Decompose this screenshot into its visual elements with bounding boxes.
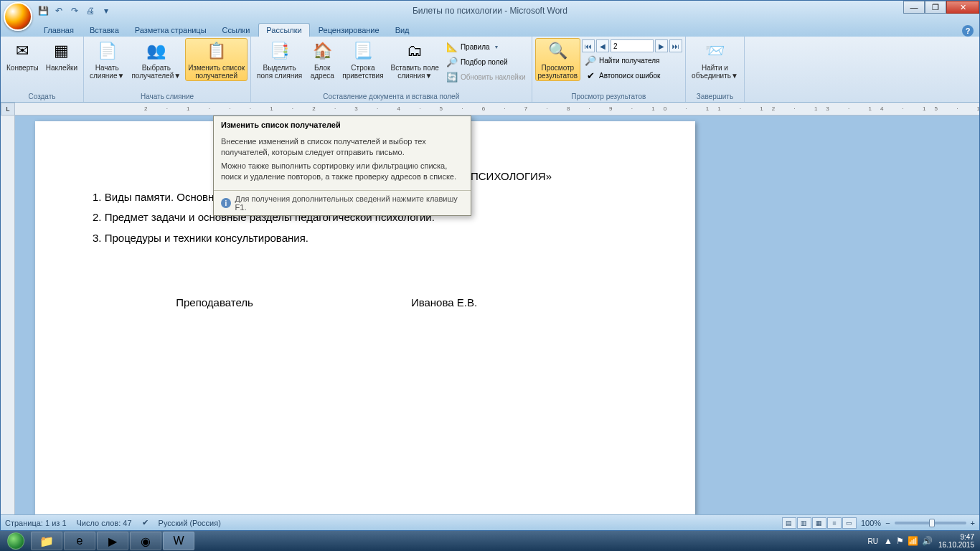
tray-network-icon[interactable]: 📶 (908, 536, 918, 546)
status-proofing-icon[interactable]: ✔ (142, 518, 149, 527)
preview-results-button[interactable]: 🔍 Просмотррезультатов (535, 38, 581, 81)
view-web-layout[interactable]: ▦ (812, 517, 826, 529)
view-full-screen[interactable]: ▥ (797, 517, 811, 529)
address-icon: 🏠 (311, 39, 334, 62)
horizontal-ruler[interactable]: 2 · 1 · · · 1 · 2 · 3 · 4 · 5 · 6 · 7 · … (15, 103, 979, 116)
find-recipient-button[interactable]: 🔎Найти получателя (582, 53, 682, 67)
minimize-button[interactable]: — (903, 1, 925, 14)
maximize-button[interactable]: ❐ (925, 1, 946, 14)
finish-icon: 📨 (703, 39, 726, 62)
greeting-icon: 📃 (352, 39, 374, 62)
finish-merge-button[interactable]: 📨 Найти иобъединить▼ (689, 38, 741, 81)
tray-action-center-icon[interactable]: ⚑ (896, 536, 904, 546)
match-fields-button[interactable]: 🔎Подбор полей (443, 55, 529, 69)
tray-flag-icon[interactable]: ▲ (884, 536, 892, 546)
select-recipients-button[interactable]: 👥 Выбратьполучателей▼ (128, 38, 184, 81)
tab-view[interactable]: Вид (388, 24, 417, 37)
envelope-icon: ✉ (11, 39, 34, 62)
office-button[interactable] (4, 2, 32, 31)
edit-list-icon: 📋 (205, 39, 228, 62)
status-language[interactable]: Русский (Россия) (159, 519, 221, 527)
tab-references[interactable]: Ссылки (215, 24, 258, 37)
last-record-button[interactable]: ⏭ (669, 39, 682, 52)
tooltip-title: Изменить список получателей (214, 116, 471, 131)
window-title: Билеты по психологии - Microsoft Word (413, 6, 567, 16)
rules-icon: 📐 (446, 41, 458, 52)
zoom-level[interactable]: 100% (861, 519, 881, 527)
prev-record-button[interactable]: ◀ (596, 39, 609, 52)
window-controls: — ❐ ✕ (903, 1, 979, 14)
titlebar: 💾 ↶ ↷ 🖨 ▾ Билеты по психологии - Microso… (1, 1, 979, 21)
print-preview-icon[interactable]: 🖨 (84, 4, 97, 17)
status-word-count[interactable]: Число слов: 47 (77, 519, 132, 527)
ribbon-group-finish: 📨 Найти иобъединить▼ Завершить (686, 37, 745, 102)
record-navigator: ⏮ ◀ ▶ ⏭ (582, 39, 682, 52)
update-labels-button: 🔄Обновить наклейки (443, 70, 529, 84)
taskbar-ie[interactable]: e (64, 532, 95, 550)
view-outline[interactable]: ≡ (827, 517, 842, 529)
match-icon: 🔎 (446, 56, 458, 67)
tab-review[interactable]: Рецензирование (311, 24, 387, 37)
labels-button[interactable]: ▦ Наклейки (43, 38, 80, 73)
tab-home[interactable]: Главная (37, 24, 81, 37)
auto-check-button[interactable]: ✔Автопоиск ошибок (582, 68, 682, 83)
zoom-slider[interactable] (895, 522, 966, 524)
tooltip-help-text: Для получения дополнительных сведений на… (235, 194, 463, 212)
status-page[interactable]: Страница: 1 из 1 (5, 519, 67, 527)
first-record-button[interactable]: ⏮ (582, 39, 595, 52)
envelopes-button[interactable]: ✉ Конверты (4, 38, 42, 73)
taskbar-chrome[interactable]: ◉ (130, 532, 161, 550)
start-button[interactable] (1, 531, 30, 551)
tooltip-paragraph: Внесение изменений в список получателей … (221, 136, 463, 158)
edit-recipients-button[interactable]: 📋 Изменить списокполучателей (185, 38, 248, 81)
view-draft[interactable]: ▭ (842, 517, 857, 529)
highlight-fields-button[interactable]: 📑 Выделитьполя слияния (254, 38, 305, 81)
greeting-line-button[interactable]: 📃 Строкаприветствия (339, 38, 386, 81)
signature-label: Преподаватель (93, 296, 336, 309)
taskbar-word[interactable]: W (163, 532, 194, 550)
tray-language[interactable]: RU (868, 537, 878, 545)
rules-button[interactable]: 📐Правила▼ (443, 39, 529, 54)
redo-icon[interactable]: ↷ (68, 4, 81, 17)
taskbar-explorer[interactable]: 📁 (31, 532, 62, 550)
zoom-in-button[interactable]: + (971, 519, 975, 527)
qat-dropdown-icon[interactable]: ▾ (100, 4, 113, 17)
tab-mailings[interactable]: Рассылки (258, 23, 309, 37)
tab-page-layout[interactable]: Разметка страницы (128, 24, 214, 37)
tab-insert[interactable]: Вставка (83, 24, 126, 37)
recipients-icon: 👥 (145, 39, 168, 62)
ribbon-group-start-merge: 📄 Начатьслияние▼ 👥 Выбратьполучателей▼ 📋… (84, 37, 251, 102)
quick-access-toolbar: 💾 ↶ ↷ 🖨 ▾ (37, 4, 113, 17)
vertical-ruler[interactable] (1, 116, 15, 514)
address-block-button[interactable]: 🏠 Блокадреса (306, 38, 338, 81)
ribbon-tabs: Главная Вставка Разметка страницы Ссылки… (1, 21, 979, 37)
record-number-input[interactable] (611, 39, 654, 52)
taskbar-media-player[interactable]: ▶ (97, 532, 128, 550)
labels-icon: ▦ (50, 39, 73, 62)
system-tray: RU ▲ ⚑ 📶 🔊 9:47 16.10.2015 (868, 533, 979, 549)
save-icon[interactable]: 💾 (37, 4, 50, 17)
ribbon-group-preview: 🔍 Просмотррезультатов ⏮ ◀ ▶ ⏭ 🔎Найти пол… (532, 37, 687, 102)
preview-icon: 🔍 (546, 39, 569, 62)
insert-field-button[interactable]: 🗂 Вставить полеслияния▼ (388, 38, 442, 81)
ribbon-group-write-insert: 📑 Выделитьполя слияния 🏠 Блокадреса 📃 Ст… (251, 37, 532, 102)
start-merge-button[interactable]: 📄 Начатьслияние▼ (87, 38, 127, 81)
tray-clock[interactable]: 9:47 16.10.2015 (938, 533, 974, 549)
undo-icon[interactable]: ↶ (52, 4, 65, 17)
zoom-out-button[interactable]: − (885, 519, 890, 527)
next-record-button[interactable]: ▶ (655, 39, 668, 52)
signature-name: Иванова Е.В. (336, 296, 552, 309)
doc-line: 3. Процедуры и техники консультирования. (93, 230, 638, 247)
close-button[interactable]: ✕ (946, 1, 979, 14)
view-print-layout[interactable]: ▤ (782, 517, 796, 529)
info-icon: i (221, 198, 231, 208)
check-icon: ✔ (585, 70, 596, 81)
tooltip-edit-recipients: Изменить список получателей Внесение изм… (213, 116, 471, 216)
help-button[interactable]: ? (962, 25, 974, 37)
tray-volume-icon[interactable]: 🔊 (922, 536, 933, 546)
view-buttons: ▤ ▥ ▦ ≡ ▭ (782, 517, 857, 529)
status-bar: Страница: 1 из 1 Число слов: 47 ✔ Русски… (1, 514, 979, 530)
workspace: L 2 · 1 · · · 1 · 2 · 3 · 4 · 5 · 6 · 7 … (1, 103, 979, 514)
ruler-corner: L (1, 103, 15, 116)
find-icon: 🔎 (585, 55, 596, 66)
